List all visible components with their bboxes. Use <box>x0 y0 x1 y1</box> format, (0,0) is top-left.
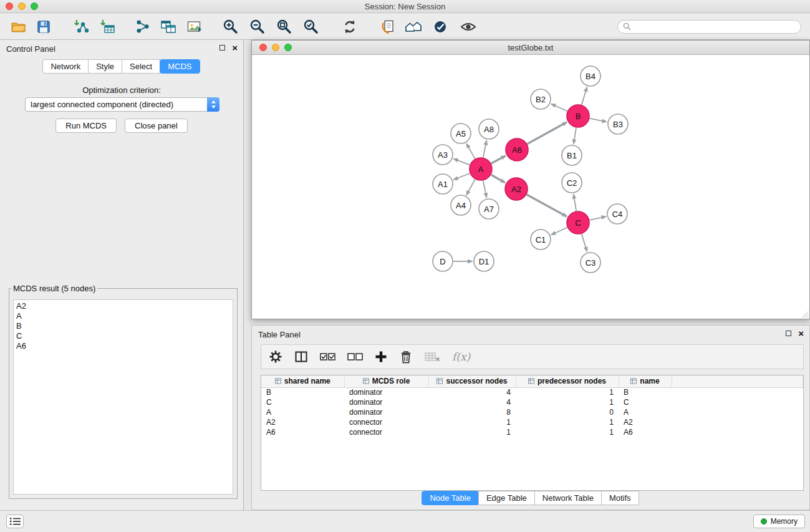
float-panel-button[interactable] <box>219 45 225 51</box>
node-C1[interactable]: C1 <box>531 230 551 249</box>
edge-B-B4[interactable] <box>582 87 587 105</box>
column-header-predecessor-nodes[interactable]: predecessor nodes <box>516 375 619 387</box>
network-maximize-button[interactable] <box>284 44 292 51</box>
edge-A-A6[interactable] <box>491 156 506 163</box>
table-settings-button[interactable] <box>269 349 282 365</box>
edge-A6-B[interactable] <box>528 122 567 144</box>
table-row[interactable]: A2connector11A2 <box>261 417 803 427</box>
column-header-name[interactable]: name <box>619 375 672 387</box>
edge-A-A5[interactable] <box>466 144 475 159</box>
tab-edge-table[interactable]: Edge Table <box>478 491 535 505</box>
node-B2[interactable]: B2 <box>531 89 551 109</box>
node-C2[interactable]: C2 <box>562 173 582 193</box>
new-table-button[interactable] <box>158 16 178 37</box>
edge-C-C3[interactable] <box>582 234 587 251</box>
close-panel-button[interactable]: × <box>232 44 238 51</box>
node-B4[interactable]: B4 <box>581 66 600 86</box>
tab-node-table[interactable]: Node Table <box>422 491 479 505</box>
add-column-button[interactable] <box>375 349 387 365</box>
zoom-selected-button[interactable] <box>301 16 321 37</box>
home-button[interactable] <box>403 16 423 37</box>
save-session-button[interactable] <box>34 16 54 37</box>
cell[interactable]: A6 <box>619 427 672 437</box>
mcds-result-item[interactable]: C <box>16 331 230 341</box>
cell[interactable]: 4 <box>428 387 516 397</box>
tab-select[interactable]: Select <box>122 59 160 74</box>
column-header-mcds-role[interactable]: MCDS role <box>344 375 428 387</box>
tab-network[interactable]: Network <box>42 59 89 74</box>
edge-A-A4[interactable] <box>466 180 475 195</box>
network-close-button[interactable] <box>259 44 267 51</box>
close-panel-button-cp[interactable]: Close panel <box>125 118 188 133</box>
cell[interactable]: 8 <box>428 407 516 417</box>
import-network-button[interactable] <box>71 16 91 37</box>
run-mcds-button[interactable]: Run MCDS <box>55 118 117 133</box>
edge-A-A7[interactable] <box>483 181 486 198</box>
export-image-button[interactable] <box>185 16 205 37</box>
table-row[interactable]: A6connector11A6 <box>261 427 803 437</box>
delete-table-button[interactable] <box>425 349 440 365</box>
edge-C-C4[interactable] <box>590 216 606 220</box>
apply-style-button[interactable] <box>431 16 451 37</box>
network-minimize-button[interactable] <box>272 44 279 51</box>
cell[interactable]: A2 <box>261 417 344 427</box>
cell[interactable]: C <box>619 397 672 407</box>
optimization-criterion-select[interactable]: largest connected component (directed) <box>25 97 219 112</box>
memory-button[interactable]: Memory <box>753 515 805 528</box>
cell[interactable]: connector <box>344 417 428 427</box>
zoom-fit-button[interactable] <box>274 16 294 37</box>
tab-style[interactable]: Style <box>88 59 122 74</box>
float-table-panel-button[interactable] <box>786 331 791 336</box>
node-B1[interactable]: B1 <box>562 145 582 165</box>
network-canvas[interactable]: B4B2BB3A5A8A6A3B1AC2A1A2A4A7C4CC1DD1C3 <box>252 56 809 319</box>
node-D1[interactable]: D1 <box>474 251 494 271</box>
resize-grip-icon[interactable] <box>802 311 809 318</box>
node-C4[interactable]: C4 <box>607 204 627 224</box>
node-D[interactable]: D <box>433 251 453 271</box>
cell[interactable]: 1 <box>516 387 619 397</box>
cell[interactable]: connector <box>344 427 428 437</box>
cell[interactable]: A6 <box>261 427 344 437</box>
node-B3[interactable]: B3 <box>608 114 628 134</box>
edge-B-B2[interactable] <box>551 104 567 111</box>
show-columns-button[interactable] <box>294 349 308 365</box>
tab-mcds[interactable]: MCDS <box>160 59 200 74</box>
minimize-window-button[interactable] <box>18 2 26 10</box>
node-A6[interactable]: A6 <box>506 138 528 161</box>
node-A3[interactable]: A3 <box>433 145 453 165</box>
cell[interactable]: 1 <box>516 417 619 427</box>
maximize-window-button[interactable] <box>31 2 38 10</box>
cell[interactable]: 1 <box>516 427 619 437</box>
cell[interactable]: 1 <box>428 417 516 427</box>
select-all-button[interactable] <box>320 349 335 365</box>
cell[interactable]: C <box>261 397 344 407</box>
first-neighbors-button[interactable] <box>378 16 398 37</box>
new-network-button[interactable] <box>132 16 152 37</box>
edge-A2-C[interactable] <box>527 195 567 216</box>
table-row[interactable]: Adominator80A <box>261 407 803 417</box>
close-window-button[interactable] <box>6 2 13 10</box>
cell[interactable]: dominator <box>344 407 428 417</box>
mcds-result-item[interactable]: A <box>16 311 230 321</box>
cell[interactable]: A <box>619 407 672 417</box>
node-B[interactable]: B <box>567 105 589 127</box>
import-table-button[interactable] <box>97 16 117 37</box>
column-header-shared-name[interactable]: shared name <box>261 375 344 387</box>
edge-C-C1[interactable] <box>551 228 567 235</box>
cell[interactable]: A <box>261 407 344 417</box>
node-A1[interactable]: A1 <box>433 174 453 194</box>
edge-B-B1[interactable] <box>574 128 576 143</box>
cell[interactable]: 0 <box>516 407 619 417</box>
mcds-result-item[interactable]: A2 <box>16 301 230 311</box>
table-row[interactable]: Cdominator41C <box>261 397 803 407</box>
node-C3[interactable]: C3 <box>581 253 600 273</box>
cell[interactable]: 1 <box>516 397 619 407</box>
node-A5[interactable]: A5 <box>451 123 471 143</box>
zoom-in-button[interactable] <box>221 16 241 37</box>
cell[interactable]: 4 <box>428 397 516 407</box>
close-table-panel-button[interactable]: × <box>798 330 804 337</box>
column-header-successor-nodes[interactable]: successor nodes <box>428 375 516 387</box>
open-session-button[interactable] <box>9 16 29 37</box>
cell[interactable]: 1 <box>428 427 516 437</box>
cell[interactable]: B <box>619 387 672 397</box>
